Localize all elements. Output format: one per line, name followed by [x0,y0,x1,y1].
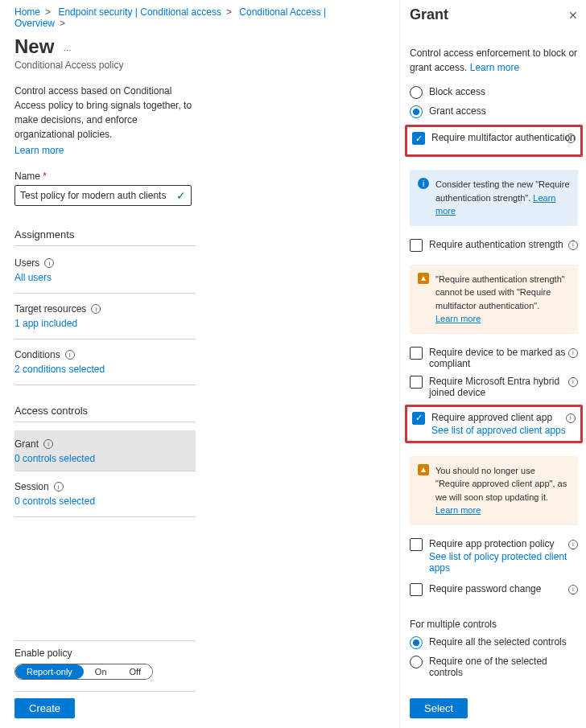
radio-block-access[interactable]: Block access [410,86,578,99]
enable-policy-label: Enable policy [14,648,196,659]
highlight-approved-app: ✓ Require approved client app See list o… [405,405,583,443]
name-input[interactable]: Test policy for modern auth clients ✓ [14,185,192,206]
info-icon[interactable]: i [43,439,53,449]
learn-more-link[interactable]: Learn more [14,145,372,156]
app-protection-link[interactable]: See list of policy protected client apps [429,551,578,574]
select-button[interactable]: Select [410,698,468,718]
info-icon[interactable]: i [568,348,578,358]
page-description: Control access based on Conditional Acce… [14,84,200,142]
assignments-header: Assignments [14,224,372,241]
session-link[interactable]: 0 controls selected [14,494,372,516]
learn-more-link[interactable]: Learn more [435,312,570,326]
warn-icon: ▲ [418,464,429,475]
users-row: Users i [14,254,372,270]
breadcrumb-home[interactable]: Home [14,6,40,18]
info-fill-icon: i [418,178,429,189]
highlight-mfa: ✓ Require multifactor authentication i [405,125,583,157]
breadcrumb: Home> Endpoint security | Conditional ac… [14,6,372,29]
page-subtitle: Conditional Access policy [14,60,372,71]
page-title: New [14,35,54,58]
info-icon[interactable]: i [568,241,578,250]
users-link[interactable]: All users [14,270,372,293]
info-icon[interactable]: i [568,377,578,387]
approved-apps-link[interactable]: See list of approved client apps [431,425,576,436]
toggle-off[interactable]: Off [118,664,152,679]
callout-auth-strength-promo: i Consider testing the new "Require auth… [410,170,578,226]
panel-title: Grant [410,6,448,23]
checkbox-mfa[interactable]: ✓ Require multifactor authentication i [412,132,576,145]
access-controls-header: Access controls [14,400,372,417]
breadcrumb-endpoint[interactable]: Endpoint security | Conditional access [58,6,221,18]
info-icon[interactable]: i [65,350,75,360]
info-icon[interactable]: i [568,540,578,549]
grant-link[interactable]: 0 controls selected [14,451,196,466]
checkbox-auth-strength[interactable]: Require authentication strength i [410,239,578,252]
target-link[interactable]: 1 app included [14,316,372,339]
callout-approved-deprecated: ▲ You should no longer use "Require appr… [410,456,578,525]
close-icon[interactable]: ✕ [568,9,578,22]
checkbox-approved-app[interactable]: ✓ Require approved client app See list o… [412,412,576,436]
more-icon[interactable]: ··· [64,44,72,56]
conditions-row: Conditions i [14,346,372,362]
session-row: Session i [14,478,372,494]
checkbox-compliant-device[interactable]: Require device to be marked as compliant… [410,347,578,369]
grant-row-selected[interactable]: Grant i 0 controls selected [14,430,196,471]
policy-form: Home> Endpoint security | Conditional ac… [0,0,386,728]
grant-panel: Grant ✕ Control access enforcement to bl… [399,0,586,728]
learn-more-link[interactable]: Learn more [435,504,570,517]
toggle-on[interactable]: On [84,664,118,679]
info-icon[interactable]: i [44,258,54,268]
radio-require-all[interactable]: Require all the selected controls [410,636,578,649]
checkbox-hybrid-joined[interactable]: Require Microsoft Entra hybrid joined de… [410,376,578,398]
multi-controls-label: For multiple controls [410,619,578,630]
info-icon[interactable]: i [568,585,578,594]
info-icon[interactable]: i [91,304,101,314]
name-label: Name * [14,171,372,182]
radio-require-one[interactable]: Require one of the selected controls [410,656,578,678]
checkbox-app-protection[interactable]: Require app protection policy See list o… [410,538,578,574]
bottom-bar: Enable policy Report-only On Off Create [14,640,196,718]
checkbox-password-change[interactable]: Require password change i [410,583,578,596]
info-icon[interactable]: i [566,134,576,143]
target-row: Target resources i [14,300,372,316]
panel-description: Control access enforcement to block or g… [410,46,578,75]
enable-policy-toggle[interactable]: Report-only On Off [14,664,153,680]
info-icon[interactable]: i [566,413,576,423]
panel-learn-more[interactable]: Learn more [470,62,519,73]
check-icon: ✓ [176,189,186,202]
info-icon[interactable]: i [54,482,64,492]
warn-icon: ▲ [418,273,429,284]
conditions-link[interactable]: 2 conditions selected [14,362,372,385]
callout-auth-strength-conflict: ▲ "Require authentication strength" cann… [410,265,578,334]
radio-grant-access[interactable]: Grant access [410,105,578,118]
toggle-report-only[interactable]: Report-only [15,664,84,679]
create-button[interactable]: Create [14,698,75,718]
